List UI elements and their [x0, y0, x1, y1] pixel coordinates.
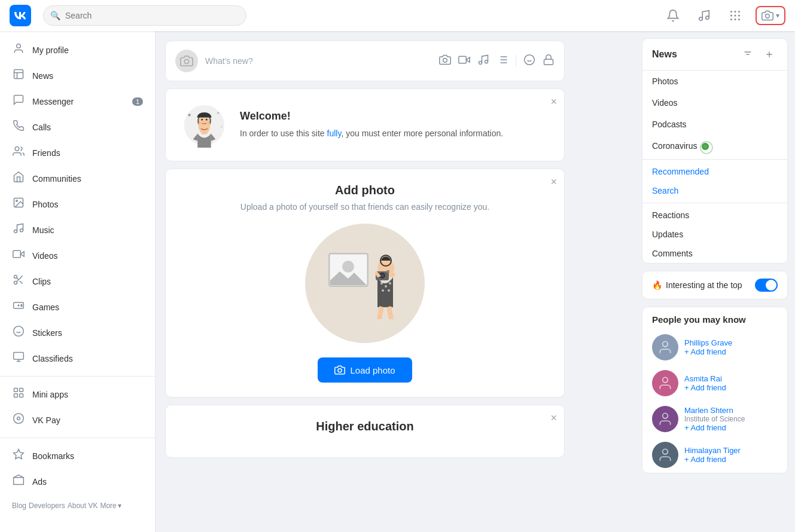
footer-more-link[interactable]: More ▾ [100, 502, 121, 510]
svg-rect-87 [386, 270, 389, 273]
sidebar-item-classifieds[interactable]: Classifieds [0, 346, 155, 371]
footer-about-link[interactable]: About VK [68, 502, 98, 510]
svg-line-27 [17, 278, 19, 280]
camera-button[interactable]: ▾ [756, 6, 785, 25]
sidebar-item-videos[interactable]: Videos [0, 243, 155, 268]
sidebar-item-stickers[interactable]: Stickers [0, 320, 155, 346]
news-coronavirus-item[interactable]: Coronavirus [642, 135, 787, 157]
friends-icon [12, 145, 25, 160]
sidebar-item-games[interactable]: Games [0, 294, 155, 320]
news-reactions-item[interactable]: Reactions [642, 206, 787, 225]
person-name-himalayan[interactable]: Himalayan Tiger [684, 446, 778, 455]
sidebar-item-communities[interactable]: Communities [0, 166, 155, 191]
composer-avatar [175, 50, 198, 72]
add-photo-illustration [305, 224, 425, 343]
svg-point-18 [16, 200, 17, 202]
music-button[interactable] [693, 5, 715, 26]
sidebar-label-photos: Photos [32, 200, 59, 209]
svg-text:★: ★ [187, 112, 191, 118]
svg-point-24 [14, 282, 17, 285]
person-name-marlen[interactable]: Marlen Shtern [684, 406, 778, 415]
news-updates-item[interactable]: Updates [642, 225, 787, 244]
news-divider-1 [642, 159, 787, 160]
sidebar-item-mini-apps[interactable]: Mini apps [0, 381, 155, 407]
sidebar-item-calls[interactable]: Calls [0, 114, 155, 140]
person-add-asmita[interactable]: + Add friend [684, 383, 778, 392]
welcome-link[interactable]: fully [327, 129, 342, 138]
news-panel-icons [739, 46, 778, 63]
sidebar-item-bookmarks[interactable]: Bookmarks [0, 443, 155, 469]
sidebar-item-clips[interactable]: Clips [0, 268, 155, 294]
people-panel-title: People you may know [642, 307, 787, 329]
person-name-phillips[interactable]: Phillips Grave [684, 338, 778, 347]
news-divider-2 [642, 203, 787, 203]
sidebar-label-my-profile: My profile [32, 45, 69, 55]
bookmarks-icon [12, 448, 25, 463]
chevron-down-icon: ▾ [118, 502, 121, 510]
person-add-phillips[interactable]: + Add friend [684, 347, 778, 356]
interesting-toggle[interactable] [755, 279, 778, 292]
higher-ed-close-button[interactable]: × [550, 412, 557, 423]
news-add-button[interactable] [761, 46, 778, 63]
composer-list-icon[interactable] [497, 54, 508, 69]
news-photos-item[interactable]: Photos [642, 71, 787, 92]
sidebar-label-messenger: Messenger [32, 97, 74, 106]
composer-actions [439, 54, 555, 69]
news-filter-button[interactable] [739, 46, 756, 63]
svg-point-19 [14, 230, 17, 233]
news-search-item[interactable]: Search [642, 181, 787, 200]
people-panel: People you may know Phillips Grave + Add… [642, 307, 788, 473]
composer-video-icon[interactable] [458, 54, 470, 69]
sidebar-item-my-profile[interactable]: My profile [0, 37, 155, 63]
composer-music-icon[interactable] [477, 54, 489, 69]
svg-point-6 [735, 15, 736, 17]
news-recommended-item[interactable]: Recommended [642, 162, 787, 181]
sidebar-item-ads[interactable]: Ads [0, 469, 155, 494]
news-comments-item[interactable]: Comments [642, 244, 787, 263]
interesting-label: 🔥 Interesting at the top [652, 280, 750, 290]
footer-developers-link[interactable]: Developers [29, 502, 65, 510]
load-photo-button[interactable]: Load photo [318, 357, 412, 383]
coronavirus-dot [702, 143, 709, 150]
composer-lock-icon[interactable] [543, 54, 555, 69]
vk-logo[interactable] [10, 5, 31, 26]
search-input[interactable] [43, 5, 246, 26]
stickers-icon [12, 325, 25, 340]
svg-point-58 [525, 54, 535, 65]
footer-blog-link[interactable]: Blog [12, 502, 26, 510]
svg-point-46 [184, 59, 188, 63]
news-icon [12, 68, 25, 83]
svg-rect-39 [14, 389, 18, 392]
person-add-himalayan[interactable]: + Add friend [684, 455, 778, 464]
apps-grid-button[interactable] [724, 5, 746, 26]
news-panel-title: News [652, 49, 677, 60]
sidebar-item-friends[interactable]: Friends [0, 140, 155, 166]
sidebar-divider-1 [0, 376, 155, 377]
welcome-close-button[interactable]: × [550, 96, 557, 107]
sidebar-item-photos[interactable]: Photos [0, 191, 155, 217]
composer-emoji-icon[interactable] [523, 54, 535, 69]
person-name-asmita[interactable]: Asmita Rai [684, 374, 778, 383]
sidebar-item-vk-pay[interactable]: VK Pay [0, 407, 155, 433]
sidebar-item-news[interactable]: News [0, 63, 155, 88]
main-content: What's new? [156, 31, 574, 532]
news-videos-item[interactable]: Videos [642, 92, 787, 114]
notifications-button[interactable] [662, 5, 684, 26]
search-icon: 🔍 [50, 11, 60, 20]
sidebar-item-messenger[interactable]: Messenger 1 [0, 88, 155, 114]
add-photo-close-button[interactable]: × [550, 176, 557, 187]
svg-rect-22 [13, 250, 20, 258]
svg-point-81 [389, 282, 391, 285]
svg-text:★: ★ [217, 111, 220, 114]
composer-camera-icon[interactable] [439, 54, 451, 69]
sidebar-item-music[interactable]: Music [0, 217, 155, 243]
sidebar-label-music: Music [32, 225, 54, 235]
communities-icon [12, 171, 25, 186]
welcome-description: In order to use this site fully, you mus… [240, 127, 503, 140]
sidebar-label-stickers: Stickers [32, 328, 62, 338]
news-podcasts-item[interactable]: Podcasts [642, 114, 787, 135]
composer-placeholder[interactable]: What's new? [205, 56, 432, 66]
person-add-marlen[interactable]: + Add friend [684, 423, 778, 432]
svg-point-33 [14, 326, 24, 337]
svg-point-94 [663, 341, 668, 347]
